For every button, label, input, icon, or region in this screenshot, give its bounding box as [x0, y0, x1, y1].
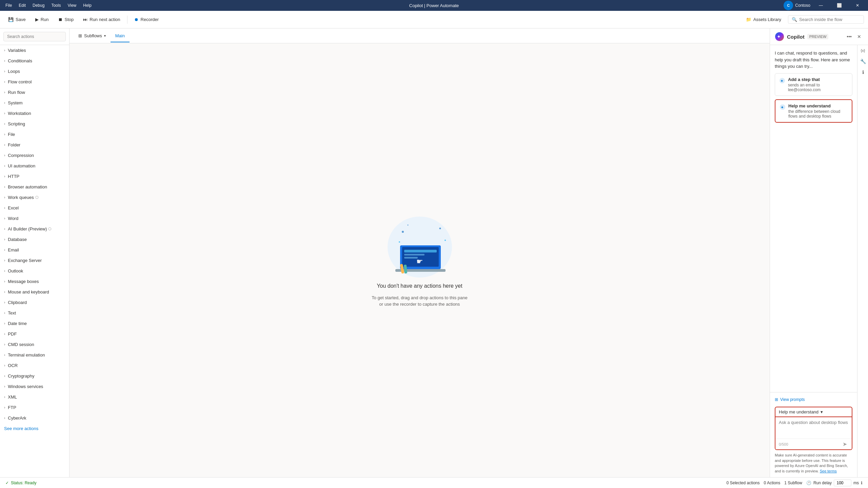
search-input[interactable] [3, 32, 66, 41]
sidebar-item-exchange-server[interactable]: ›Exchange Server [0, 255, 69, 266]
menu-file[interactable]: File [3, 2, 15, 8]
run-delay-input[interactable] [834, 480, 851, 486]
premium-badge: ⬡ [48, 227, 52, 231]
copilot-more-button[interactable]: ••• [845, 33, 854, 41]
save-button[interactable]: 💾 Save [4, 15, 30, 24]
sidebar-item-pdf[interactable]: ›PDF [0, 329, 69, 339]
close-button[interactable]: ✕ [850, 0, 865, 11]
sidebar-item-text[interactable]: ›Text [0, 308, 69, 318]
chevron-icon: › [4, 101, 5, 105]
menu-edit[interactable]: Edit [16, 2, 28, 8]
chevron-icon: › [4, 301, 5, 304]
recorder-button[interactable]: ⏺ Recorder [130, 15, 163, 24]
suggestion-add-content: Add a step that sends an email to lee@co… [788, 77, 848, 92]
suggestion-help-sub: the difference between cloud flows and d… [788, 109, 848, 119]
chevron-icon: › [4, 227, 5, 231]
flow-search-input[interactable] [799, 17, 860, 22]
sidebar-item-ui-automation[interactable]: ›UI automation [0, 161, 69, 171]
sidebar-item-xml[interactable]: ›XML [0, 392, 69, 402]
sidebar-item-cryptography[interactable]: ›Cryptography [0, 371, 69, 381]
sidebar-item-ai-builder[interactable]: ›AI Builder (Preview)⬡ [0, 224, 69, 234]
sidebar-item-windows-services[interactable]: ›Windows services [0, 381, 69, 392]
sidebar-item-email[interactable]: ›Email [0, 245, 69, 255]
assets-library-button[interactable]: 📁 Assets Library [742, 15, 785, 24]
subflows-tab[interactable]: ⊞ Subflows ▾ [74, 30, 111, 42]
sidebar-item-outlook[interactable]: ›Outlook [0, 266, 69, 276]
sidebar-item-workstation[interactable]: ›Workstation [0, 108, 69, 119]
see-terms-link[interactable]: See terms [820, 469, 837, 473]
svg-rect-11 [404, 257, 418, 259]
menu-help[interactable]: Help [80, 2, 94, 8]
see-more-actions[interactable]: See more actions [0, 423, 69, 434]
sidebar-item-compression[interactable]: ›Compression [0, 150, 69, 161]
chevron-icon: › [4, 185, 5, 189]
run-button[interactable]: ▶ Run [31, 15, 53, 24]
panel-icon-info[interactable]: ℹ [857, 67, 868, 78]
chevron-icon: › [4, 311, 5, 315]
sidebar-item-folder[interactable]: ›Folder [0, 140, 69, 150]
sidebar-item-variables[interactable]: ›Variables [0, 45, 69, 56]
next-action-button[interactable]: ⏭ Run next action [79, 15, 124, 24]
copilot-input[interactable] [775, 417, 852, 438]
selected-actions-count: 0 Selected actions [726, 481, 760, 485]
flow-search[interactable]: 🔍 [788, 15, 864, 24]
copilot-mode-selector[interactable]: Help me understand ▾ [775, 407, 852, 417]
chevron-icon: › [4, 175, 5, 178]
chevron-icon: › [4, 406, 5, 409]
send-button[interactable]: ➤ [841, 440, 848, 448]
sidebar-item-loops[interactable]: ›Loops [0, 66, 69, 77]
user-info: C Contoso [784, 1, 810, 10]
statusbar-right: 0 Selected actions 0 Actions 1 Subflow 🕐… [726, 480, 863, 486]
sidebar-item-ocr[interactable]: ›OCR [0, 360, 69, 371]
menu-view[interactable]: View [65, 2, 79, 8]
chevron-icon: › [4, 322, 5, 325]
sidebar-item-scripting[interactable]: ›Scripting [0, 119, 69, 129]
sidebar-item-http[interactable]: ›HTTP [0, 171, 69, 182]
copilot-header: ✦ Copilot PREVIEW ••• ✕ [770, 28, 868, 45]
copilot-input-footer: 0/500 ➤ [775, 439, 852, 449]
suggestion-card-help-understand[interactable]: ✦ Help me understand the difference betw… [775, 99, 852, 123]
suggestion-card-add-step[interactable]: ✦ Add a step that sends an email to lee@… [775, 73, 852, 96]
main-tab[interactable]: Main [111, 30, 130, 42]
sidebar-item-excel[interactable]: ›Excel [0, 203, 69, 213]
menu-debug[interactable]: Debug [30, 2, 47, 8]
chevron-icon: › [4, 343, 5, 346]
sidebar-item-file[interactable]: ›File [0, 129, 69, 140]
panel-icon-variables[interactable]: {x} [857, 45, 868, 56]
sidebar-item-database[interactable]: ›Database [0, 234, 69, 245]
tabs-bar: ⊞ Subflows ▾ Main [70, 28, 770, 43]
sidebar-item-ftp[interactable]: ›FTP [0, 402, 69, 413]
sidebar-item-mouse-keyboard[interactable]: ›Mouse and keyboard [0, 287, 69, 297]
svg-point-5 [407, 224, 408, 225]
sidebar-item-cmd-session[interactable]: ›CMD session [0, 339, 69, 350]
chevron-icon: › [4, 269, 5, 273]
sidebar-item-run-flow[interactable]: ›Run flow [0, 87, 69, 98]
chevron-icon: › [4, 395, 5, 399]
copilot-intro-text: I can chat, respond to questions, and he… [775, 50, 852, 70]
sidebar-item-system[interactable]: ›System [0, 98, 69, 108]
copilot-close-button[interactable]: ✕ [855, 33, 863, 41]
minimize-button[interactable]: — [813, 0, 829, 11]
maximize-button[interactable]: ⬜ [831, 0, 847, 11]
sidebar-item-date-time[interactable]: ›Date time [0, 318, 69, 329]
chevron-icon: › [4, 280, 5, 283]
sidebar-item-work-queues[interactable]: ›Work queues⬡ [0, 192, 69, 203]
sidebar-item-clipboard[interactable]: ›Clipboard [0, 297, 69, 308]
sidebar-item-terminal-emulation[interactable]: ›Terminal emulation [0, 350, 69, 360]
sidebar-item-word[interactable]: ›Word [0, 213, 69, 224]
stop-button[interactable]: ⏹ Stop [54, 15, 78, 24]
empty-illustration: ☛ [382, 213, 457, 278]
chevron-icon: › [4, 164, 5, 168]
search-icon: 🔍 [792, 17, 797, 22]
panel-icon-tools[interactable]: 🔧 [857, 56, 868, 67]
suggestion-add-title: Add a step that [788, 77, 848, 82]
sidebar-item-conditionals[interactable]: ›Conditionals [0, 56, 69, 66]
view-prompts-button[interactable]: ⊞ View prompts [775, 396, 805, 403]
sidebar-item-flow-control[interactable]: ›Flow control [0, 77, 69, 87]
sidebar-item-message-boxes[interactable]: ›Message boxes [0, 276, 69, 287]
menu-tools[interactable]: Tools [48, 2, 63, 8]
sidebar-item-cyberark[interactable]: ›CyberArk [0, 413, 69, 423]
copilot-panel: ✦ Copilot PREVIEW ••• ✕ I can chat, resp… [770, 28, 868, 477]
sidebar-item-browser-automation[interactable]: ›Browser automation [0, 182, 69, 192]
chevron-icon: › [4, 59, 5, 63]
